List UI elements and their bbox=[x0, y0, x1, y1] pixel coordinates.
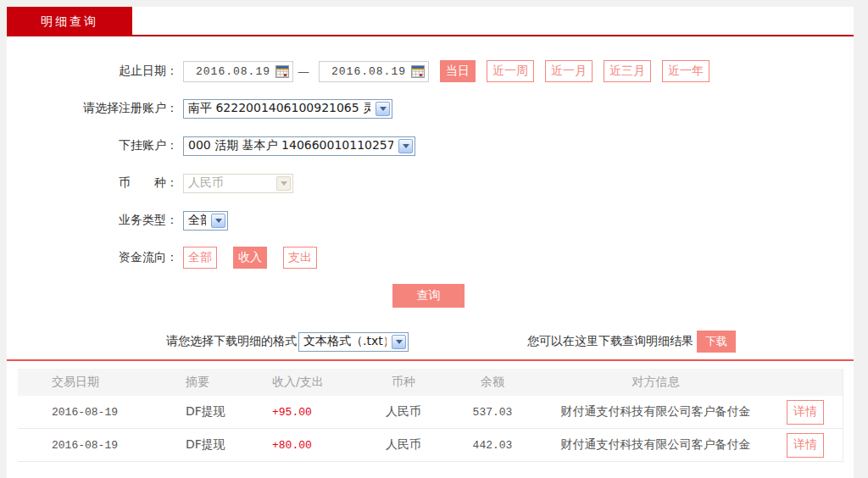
detail-button[interactable]: 详情 bbox=[787, 433, 824, 458]
calendar-icon[interactable] bbox=[275, 65, 289, 78]
cell-currency: 人民币 bbox=[365, 437, 442, 453]
cell-amount: +95.00 bbox=[255, 406, 365, 419]
col-header-summary: 摘要 bbox=[166, 375, 255, 390]
col-header-date: 交易日期 bbox=[18, 375, 166, 390]
currency-row: 币 种： 人民币 bbox=[7, 172, 854, 194]
currency-value: 人民币 bbox=[188, 175, 271, 191]
cell-balance: 537.03 bbox=[442, 406, 543, 419]
sub-account-select[interactable]: 000 活期 基本户 1406600101102571848 bbox=[183, 136, 415, 156]
register-account-label: 请选择注册账户： bbox=[7, 101, 178, 116]
table-header-row: 交易日期 摘要 收入/支出 币种 余额 对方信息 bbox=[18, 369, 843, 396]
table-row: 2016-08-19 DF提现 +95.00 人民币 537.03 财付通支付科… bbox=[18, 396, 843, 429]
business-type-select[interactable]: 全部 bbox=[183, 211, 228, 231]
currency-label: 币 种： bbox=[7, 175, 178, 191]
sub-account-row: 下挂账户： 000 活期 基本户 1406600101102571848 bbox=[7, 135, 854, 157]
sub-account-label: 下挂账户： bbox=[7, 138, 178, 153]
cell-counterparty: 财付通支付科技有限公司客户备付金 bbox=[543, 404, 768, 420]
quick-range-month-button[interactable]: 近一月 bbox=[545, 60, 593, 82]
date-range-row: 起止日期： 2016.08.19 — 2016.08.19 当日 近一周 近一月… bbox=[7, 60, 854, 82]
download-button[interactable]: 下载 bbox=[697, 331, 736, 353]
download-row: 请您选择下载明细的格式 文本格式（.txt） 您可以在这里下载查询明细结果 下载 bbox=[7, 331, 854, 353]
register-account-row: 请选择注册账户： 南平 6222001406100921065 灵通卡 bbox=[7, 97, 854, 119]
end-date-value: 2016.08.19 bbox=[326, 65, 411, 78]
cell-summary: DF提现 bbox=[166, 404, 255, 420]
download-hint: 您可以在这里下载查询明细结果 bbox=[527, 334, 693, 349]
business-type-label: 业务类型： bbox=[7, 213, 178, 228]
date-range-separator: — bbox=[298, 64, 309, 78]
business-type-value: 全部 bbox=[188, 213, 206, 228]
cell-balance: 442.03 bbox=[442, 439, 543, 452]
fund-flow-row: 资金流向： 全部 收入 支出 bbox=[7, 247, 854, 269]
register-account-value: 南平 6222001406100921065 灵通卡 bbox=[188, 101, 370, 116]
col-header-balance: 余额 bbox=[442, 375, 543, 390]
cell-amount: +80.00 bbox=[255, 439, 365, 452]
sub-account-value: 000 活期 基本户 1406600101102571848 bbox=[188, 138, 393, 153]
cell-summary: DF提现 bbox=[166, 437, 255, 453]
start-date-input[interactable]: 2016.08.19 bbox=[183, 61, 293, 82]
chevron-down-icon bbox=[376, 102, 390, 116]
calendar-icon[interactable] bbox=[411, 65, 425, 78]
detail-button[interactable]: 详情 bbox=[787, 400, 824, 425]
quick-range-today-button[interactable]: 当日 bbox=[440, 60, 476, 82]
detail-query-panel: 明细查询 起止日期： 2016.08.19 — 2016.08.19 当日 近一… bbox=[7, 7, 854, 478]
results-table: 交易日期 摘要 收入/支出 币种 余额 对方信息 2016-08-19 DF提现… bbox=[17, 369, 843, 462]
chevron-down-icon bbox=[392, 335, 406, 349]
chevron-down-icon bbox=[398, 139, 413, 153]
quick-range-year-button[interactable]: 近一年 bbox=[662, 60, 709, 82]
date-range-label: 起止日期： bbox=[7, 64, 178, 79]
register-account-select[interactable]: 南平 6222001406100921065 灵通卡 bbox=[183, 99, 392, 119]
chevron-down-icon bbox=[211, 214, 225, 228]
tab-detail-query[interactable]: 明细查询 bbox=[7, 7, 132, 36]
currency-select: 人民币 bbox=[183, 174, 293, 193]
quick-range-week-button[interactable]: 近一周 bbox=[487, 60, 534, 82]
chevron-down-icon bbox=[276, 176, 291, 191]
end-date-input[interactable]: 2016.08.19 bbox=[319, 61, 429, 82]
cell-counterparty: 财付通支付科技有限公司客户备付金 bbox=[543, 437, 768, 453]
query-form: 起止日期： 2016.08.19 — 2016.08.19 当日 近一周 近一月… bbox=[7, 36, 854, 269]
start-date-value: 2016.08.19 bbox=[191, 65, 275, 78]
tab-bar: 明细查询 bbox=[7, 7, 854, 36]
download-format-value: 文本格式（.txt） bbox=[303, 334, 387, 349]
cell-currency: 人民币 bbox=[365, 404, 442, 420]
business-type-row: 业务类型： 全部 bbox=[7, 209, 854, 231]
divider bbox=[7, 359, 854, 361]
col-header-currency: 币种 bbox=[365, 375, 442, 390]
col-header-counterparty: 对方信息 bbox=[543, 375, 768, 390]
download-format-label: 请您选择下载明细的格式 bbox=[166, 334, 297, 349]
flow-all-button[interactable]: 全部 bbox=[183, 247, 217, 269]
table-row: 2016-08-19 DF提现 +80.00 人民币 442.03 财付通支付科… bbox=[18, 429, 843, 462]
download-format-select[interactable]: 文本格式（.txt） bbox=[298, 332, 409, 352]
query-button[interactable]: 查询 bbox=[392, 284, 465, 308]
flow-income-button[interactable]: 收入 bbox=[233, 247, 267, 269]
cell-date: 2016-08-19 bbox=[18, 406, 166, 419]
quick-range-quarter-button[interactable]: 近三月 bbox=[604, 60, 651, 82]
flow-expense-button[interactable]: 支出 bbox=[283, 247, 317, 269]
col-header-amount: 收入/支出 bbox=[255, 375, 365, 390]
cell-date: 2016-08-19 bbox=[18, 439, 166, 452]
fund-flow-label: 资金流向： bbox=[7, 250, 178, 265]
